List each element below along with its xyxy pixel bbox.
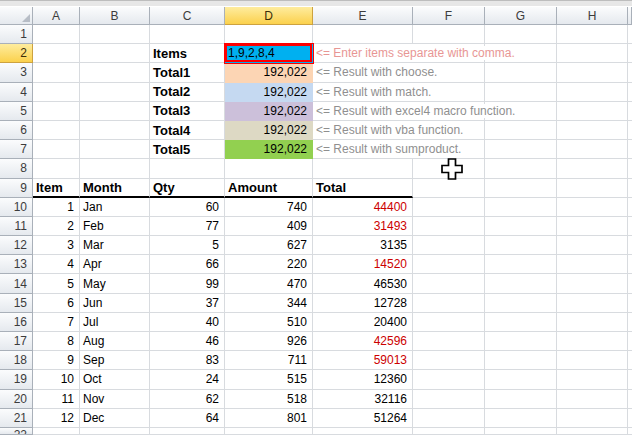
cell-G3[interactable] bbox=[485, 63, 557, 82]
column-header-G[interactable]: G bbox=[485, 7, 557, 25]
row-header-8[interactable]: 8 bbox=[0, 159, 33, 178]
cell-A15[interactable]: 6 bbox=[33, 294, 80, 313]
cell-E6[interactable]: <= Result with vba function. bbox=[313, 121, 413, 140]
cell-G7[interactable] bbox=[485, 140, 557, 159]
row-header-13[interactable]: 13 bbox=[0, 255, 33, 274]
row-header-16[interactable]: 16 bbox=[0, 313, 33, 332]
cell-H7[interactable] bbox=[557, 140, 628, 159]
row-header-15[interactable]: 15 bbox=[0, 294, 33, 313]
cell-A20[interactable]: 11 bbox=[33, 390, 80, 409]
cell-G14[interactable] bbox=[485, 274, 557, 293]
cell-E21[interactable]: 51264 bbox=[313, 409, 413, 428]
cell-E20[interactable]: 32116 bbox=[313, 390, 413, 409]
row-header-17[interactable]: 17 bbox=[0, 332, 33, 351]
cell-G15[interactable] bbox=[485, 294, 557, 313]
cell-C1[interactable] bbox=[150, 25, 225, 44]
cell-H2[interactable] bbox=[557, 44, 628, 63]
cell-A14[interactable]: 5 bbox=[33, 274, 80, 293]
cell-H15[interactable] bbox=[557, 294, 628, 313]
cell-C12[interactable]: 5 bbox=[150, 236, 225, 255]
cell-A22[interactable] bbox=[33, 428, 80, 435]
cell-C15[interactable]: 37 bbox=[150, 294, 225, 313]
cell-G13[interactable] bbox=[485, 255, 557, 274]
cell-H20[interactable] bbox=[557, 390, 628, 409]
cell-G21[interactable] bbox=[485, 409, 557, 428]
cell-A13[interactable]: 4 bbox=[33, 255, 80, 274]
cell-D17[interactable]: 926 bbox=[225, 332, 313, 351]
column-header-F[interactable]: F bbox=[413, 7, 485, 25]
cell-E15[interactable]: 12728 bbox=[313, 294, 413, 313]
cell-G9[interactable] bbox=[485, 179, 557, 198]
cell-G10[interactable] bbox=[485, 198, 557, 217]
cell-H21[interactable] bbox=[557, 409, 628, 428]
row-header-12[interactable]: 12 bbox=[0, 236, 33, 255]
cell-H9[interactable] bbox=[557, 179, 628, 198]
cell-D16[interactable]: 510 bbox=[225, 313, 313, 332]
cell-E4[interactable]: <= Result with match. bbox=[313, 83, 413, 102]
cell-C16[interactable]: 40 bbox=[150, 313, 225, 332]
cell-F14[interactable] bbox=[413, 274, 485, 293]
cell-A16[interactable]: 7 bbox=[33, 313, 80, 332]
cell-F8[interactable] bbox=[413, 159, 485, 178]
cell-E8[interactable] bbox=[313, 159, 413, 178]
cell-E13[interactable]: 14520 bbox=[313, 255, 413, 274]
row-header-6[interactable]: 6 bbox=[0, 121, 33, 140]
cell-D11[interactable]: 409 bbox=[225, 217, 313, 236]
cell-C13[interactable]: 66 bbox=[150, 255, 225, 274]
cell-D9[interactable]: Amount bbox=[225, 179, 313, 198]
column-header-B[interactable]: B bbox=[80, 7, 150, 25]
cell-D5[interactable]: 192,022 bbox=[225, 102, 313, 121]
cell-D21[interactable]: 801 bbox=[225, 409, 313, 428]
row-header-10[interactable]: 10 bbox=[0, 198, 33, 217]
cell-G19[interactable] bbox=[485, 370, 557, 389]
column-header-A[interactable]: A bbox=[33, 7, 80, 25]
cell-F1[interactable] bbox=[413, 25, 485, 44]
cell-B14[interactable]: May bbox=[80, 274, 150, 293]
cell-C4[interactable]: Total2 bbox=[150, 83, 225, 102]
cell-F20[interactable] bbox=[413, 390, 485, 409]
cell-C8[interactable] bbox=[150, 159, 225, 178]
cell-G1[interactable] bbox=[485, 25, 557, 44]
cell-F22[interactable] bbox=[413, 428, 485, 435]
cell-E11[interactable]: 31493 bbox=[313, 217, 413, 236]
cell-B1[interactable] bbox=[80, 25, 150, 44]
cell-G4[interactable] bbox=[485, 83, 557, 102]
cell-F16[interactable] bbox=[413, 313, 485, 332]
cell-D6[interactable]: 192,022 bbox=[225, 121, 313, 140]
cell-E10[interactable]: 44400 bbox=[313, 198, 413, 217]
cell-E14[interactable]: 46530 bbox=[313, 274, 413, 293]
row-header-18[interactable]: 18 bbox=[0, 351, 33, 370]
cell-C14[interactable]: 99 bbox=[150, 274, 225, 293]
row-header-1[interactable]: 1 bbox=[0, 25, 33, 44]
cell-G17[interactable] bbox=[485, 332, 557, 351]
cell-E2[interactable]: <= Enter items separate with comma. bbox=[313, 44, 413, 63]
cell-B5[interactable] bbox=[80, 102, 150, 121]
cell-F19[interactable] bbox=[413, 370, 485, 389]
cell-E22[interactable] bbox=[313, 428, 413, 435]
cell-E1[interactable] bbox=[313, 25, 413, 44]
cell-C5[interactable]: Total3 bbox=[150, 102, 225, 121]
cell-F18[interactable] bbox=[413, 351, 485, 370]
cell-F17[interactable] bbox=[413, 332, 485, 351]
cell-H5[interactable] bbox=[557, 102, 628, 121]
cell-D7[interactable]: 192,022 bbox=[225, 140, 313, 159]
cell-D15[interactable]: 344 bbox=[225, 294, 313, 313]
cell-E17[interactable]: 42596 bbox=[313, 332, 413, 351]
cell-E9[interactable]: Total bbox=[313, 179, 413, 198]
cell-A2[interactable] bbox=[33, 44, 80, 63]
cell-D20[interactable]: 518 bbox=[225, 390, 313, 409]
cell-H12[interactable] bbox=[557, 236, 628, 255]
row-header-3[interactable]: 3 bbox=[0, 63, 33, 82]
cell-A9[interactable]: Item bbox=[33, 179, 80, 198]
cell-A8[interactable] bbox=[33, 159, 80, 178]
cell-B11[interactable]: Feb bbox=[80, 217, 150, 236]
cell-D1[interactable] bbox=[225, 25, 313, 44]
row-header-21[interactable]: 21 bbox=[0, 409, 33, 428]
cell-B19[interactable]: Oct bbox=[80, 370, 150, 389]
cell-C3[interactable]: Total1 bbox=[150, 63, 225, 82]
cell-A10[interactable]: 1 bbox=[33, 198, 80, 217]
cell-A11[interactable]: 2 bbox=[33, 217, 80, 236]
cell-C6[interactable]: Total4 bbox=[150, 121, 225, 140]
column-header-H[interactable]: H bbox=[557, 7, 628, 25]
cell-C22[interactable] bbox=[150, 428, 225, 435]
